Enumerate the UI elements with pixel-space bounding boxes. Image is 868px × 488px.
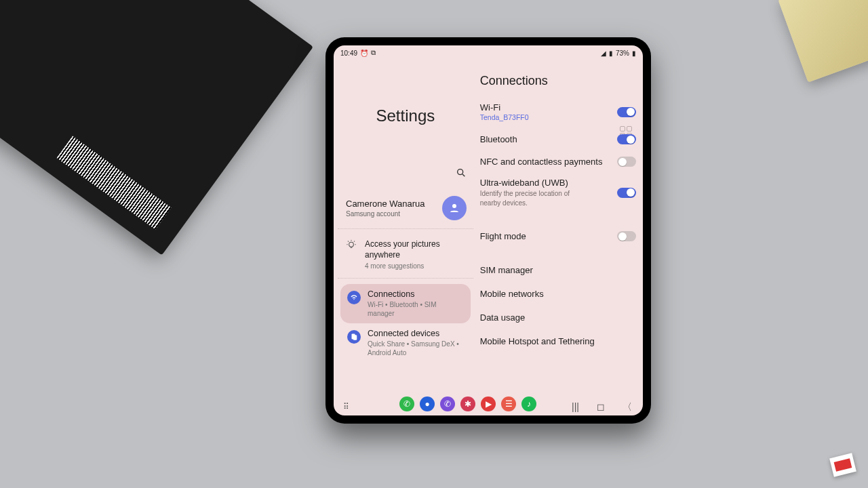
back-button[interactable]: 〈 (623, 402, 632, 411)
dock-youtube-icon[interactable]: ▶ (481, 396, 496, 411)
conn-link-mobile-networks[interactable]: Mobile networks (479, 282, 637, 306)
home-button[interactable]: ◻ (597, 402, 605, 411)
conn-link-label: SIM manager (480, 265, 533, 275)
settings-item-title: Connected devices (368, 329, 464, 338)
dock-messages-icon[interactable]: ● (420, 396, 435, 411)
flight-mode-label: Flight mode (480, 231, 526, 241)
dock: ✆●✆✱▶☰♪ (399, 396, 536, 411)
lightbulb-icon (346, 240, 357, 270)
settings-item-title: Connections (368, 289, 464, 299)
avatar[interactable] (442, 196, 467, 220)
settings-pane: Settings Camerone Wanarua Samsung accoun… (334, 59, 476, 394)
conn-wi-fi[interactable]: Wi-FiTenda_B73FF0 (479, 98, 637, 128)
svg-rect-11 (353, 336, 357, 340)
conn-link-label: Mobile networks (480, 289, 544, 299)
signal-icon: ▮ (609, 49, 613, 57)
status-cast-icon: ⧉ (371, 49, 376, 57)
person-icon (448, 202, 460, 214)
device-frame: 10:49 ⏰ ⧉ ◢ ▮ 73% ▮ Settings (326, 37, 651, 424)
settings-item-icon (347, 330, 361, 344)
conn-label: NFC and contactless payments (480, 157, 603, 167)
conn-label: Wi-Fi (480, 102, 529, 113)
dock-galaxy-icon[interactable]: ✱ (460, 396, 475, 411)
nav-bar: ||| ◻ 〈 (572, 402, 632, 411)
suggestion-sub: 4 more suggestions (365, 262, 465, 270)
svg-line-1 (462, 174, 465, 176)
account-name: Camerone Wanarua (346, 199, 425, 209)
toggle[interactable] (617, 107, 636, 117)
status-battery: 73% (616, 49, 629, 57)
conn-link-label: Mobile Hotspot and Tethering (480, 336, 595, 346)
settings-item-sub: Wi-Fi • Bluetooth • SIM manager (368, 300, 464, 318)
conn-ultra-wideband-uwb-[interactable]: Ultra-wideband (UWB)Identify the precise… (479, 173, 637, 214)
dock-todo-icon[interactable]: ☰ (501, 396, 516, 411)
settings-item-icon (347, 291, 361, 304)
connection-links: SIM managerMobile networksData usageMobi… (479, 258, 637, 353)
account-card[interactable]: Camerone Wanarua Samsung account (338, 193, 473, 229)
product-box-prop: Galaxy Z Fold6 (0, 0, 313, 256)
channel-logo (829, 453, 856, 476)
wifi-icon: ◢ (601, 49, 606, 57)
status-bar: 10:49 ⏰ ⧉ ◢ ▮ 73% ▮ (334, 45, 643, 59)
barcode-icon (56, 136, 171, 230)
settings-item-connections[interactable]: ConnectionsWi-Fi • Bluetooth • SIM manag… (340, 284, 471, 323)
dock-spotify-icon[interactable]: ♪ (521, 396, 536, 411)
settings-item-connected-devices[interactable]: Connected devicesQuick Share • Samsung D… (340, 323, 471, 363)
conn-sub: Identify the precise location of nearby … (480, 189, 575, 207)
taskbar: ⠿ ✆●✆✱▶☰♪ ||| ◻ 〈 (334, 394, 643, 415)
svg-point-3 (349, 242, 354, 247)
detail-title: Connections (480, 74, 637, 88)
toggle[interactable] (617, 188, 636, 198)
conn-link-label: Data usage (480, 312, 526, 323)
dock-phone-icon[interactable]: ✆ (399, 396, 414, 411)
svg-line-8 (354, 241, 355, 242)
app-drawer-icon[interactable]: ⠿ (343, 402, 349, 411)
toggle[interactable] (617, 134, 636, 144)
settings-list: ConnectionsWi-Fi • Bluetooth • SIM manag… (338, 279, 473, 363)
conn-link-sim-manager[interactable]: SIM manager (479, 258, 637, 282)
svg-point-2 (452, 204, 456, 208)
toggle[interactable] (617, 157, 636, 167)
suggestion-card[interactable]: Access your pictures anywhere 4 more sug… (338, 229, 473, 279)
conn-nfc-and-contactless-payments[interactable]: NFC and contactless payments (479, 150, 637, 173)
recents-button[interactable]: ||| (572, 402, 579, 411)
settings-item-sub: Quick Share • Samsung DeX • Android Auto (368, 340, 464, 357)
screen: 10:49 ⏰ ⧉ ◢ ▮ 73% ▮ Settings (334, 45, 643, 415)
conn-link-data-usage[interactable]: Data usage (479, 306, 637, 329)
conn-label: Bluetooth (480, 134, 517, 144)
suggestion-title: Access your pictures anywhere (365, 239, 465, 260)
wood-block-prop (778, 0, 868, 83)
account-sub: Samsung account (346, 210, 425, 218)
conn-sub: Tenda_B73FF0 (480, 113, 529, 121)
conn-label: Ultra-wideband (UWB) (480, 178, 575, 188)
connection-toggles: Wi-FiTenda_B73FF0BluetoothNFC and contac… (479, 98, 637, 214)
svg-point-0 (457, 169, 462, 175)
svg-line-7 (348, 241, 349, 242)
status-time: 10:49 (340, 49, 357, 57)
conn-bluetooth[interactable]: Bluetooth (479, 128, 637, 150)
search-icon[interactable] (456, 167, 467, 178)
flight-mode-toggle[interactable] (617, 231, 636, 241)
dock-viber-icon[interactable]: ✆ (440, 396, 455, 411)
flight-mode-item[interactable]: Flight mode (479, 225, 637, 247)
page-title: Settings (338, 106, 473, 125)
status-alarm-icon: ⏰ (360, 49, 368, 57)
battery-icon: ▮ (632, 49, 636, 57)
conn-link-mobile-hotspot-and-tethering[interactable]: Mobile Hotspot and Tethering (479, 329, 637, 353)
detail-pane: Connections Wi-FiTenda_B73FF0BluetoothNF… (476, 59, 643, 394)
